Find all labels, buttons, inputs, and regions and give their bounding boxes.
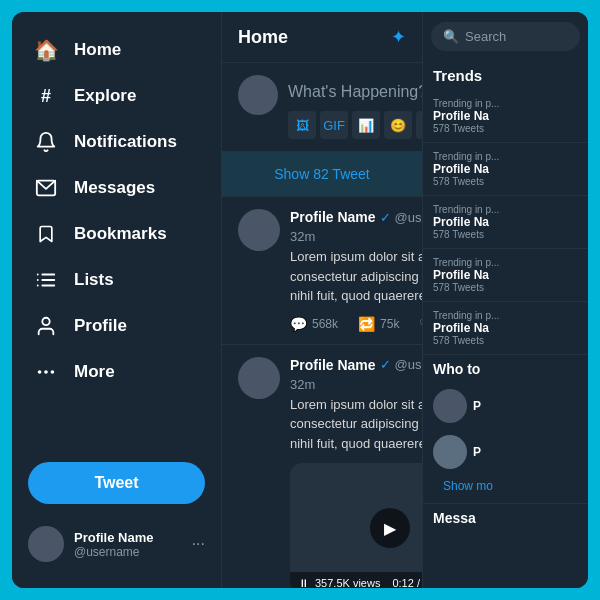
image-tool-icon[interactable]: 🖼 bbox=[288, 111, 316, 139]
tweet-handle-2: @username bbox=[395, 357, 422, 372]
reply-action-1[interactable]: 💬 568k bbox=[290, 316, 338, 332]
trend-item-0[interactable]: Trending in p... Profile Na 578 Tweets bbox=[423, 90, 588, 143]
trend-item-3[interactable]: Trending in p... Profile Na 578 Tweets bbox=[423, 249, 588, 302]
right-sidebar: 🔍 Search Trends Trending in p... Profile… bbox=[423, 12, 588, 588]
trend-count-0: 578 Tweets bbox=[433, 123, 578, 134]
play-button[interactable]: ▶ bbox=[370, 508, 410, 548]
messages-title: Messa bbox=[433, 510, 578, 526]
show-tweets-bar[interactable]: Show 82 Tweet bbox=[222, 152, 422, 197]
sidebar-label-messages: Messages bbox=[74, 178, 155, 198]
follow-item-0[interactable]: P bbox=[433, 383, 578, 429]
sidebar-item-notifications[interactable]: Notifications bbox=[20, 120, 213, 164]
compose-placeholder[interactable]: What's Happening? bbox=[288, 75, 423, 111]
trend-item-2[interactable]: Trending in p... Profile Na 578 Tweets bbox=[423, 196, 588, 249]
lists-icon bbox=[34, 268, 58, 292]
sidebar-item-lists[interactable]: Lists bbox=[20, 258, 213, 302]
tweet-header-2: Profile Name ✓ @username · 32m ··· bbox=[290, 357, 422, 392]
bookmark-icon bbox=[34, 222, 58, 246]
follow-avatar-0 bbox=[433, 389, 467, 423]
trend-count-1: 578 Tweets bbox=[433, 176, 578, 187]
sidebar-footer[interactable]: Profile Name @username ··· bbox=[16, 516, 217, 572]
avatar-thread-col-2 bbox=[238, 357, 280, 589]
trend-name-1: Profile Na bbox=[433, 162, 578, 176]
tweet-time-val-2: 32m bbox=[290, 377, 315, 392]
video-views: 357.5K views bbox=[315, 577, 380, 589]
sidebar-user-info: Profile Name @username bbox=[74, 530, 192, 559]
trend-count-4: 578 Tweets bbox=[433, 335, 578, 346]
sidebar-nav: 🏠 Home # Explore Notifications Message bbox=[12, 28, 221, 450]
trend-item-4[interactable]: Trending in p... Profile Na 578 Tweets bbox=[423, 302, 588, 355]
sidebar-label-more: More bbox=[74, 362, 115, 382]
feed-header: Home ✦ bbox=[222, 12, 422, 63]
who-to-follow: Who to P P Show mo bbox=[423, 355, 588, 503]
sidebar-footer-dots[interactable]: ··· bbox=[192, 535, 205, 553]
tweet-time-val-1: 32m bbox=[290, 229, 315, 244]
tweet-card-2: Profile Name ✓ @username · 32m ··· Lorem… bbox=[222, 345, 422, 589]
follow-name-0: P bbox=[473, 399, 481, 413]
tweet-text-1: Lorem ipsum dolor sit amet, consectetur … bbox=[290, 247, 422, 306]
sidebar-item-home[interactable]: 🏠 Home bbox=[20, 28, 213, 72]
sidebar-user-handle: @username bbox=[74, 545, 192, 559]
show-more-link[interactable]: Show mo bbox=[433, 475, 578, 497]
gif-tool-icon[interactable]: GIF bbox=[320, 111, 348, 139]
search-icon: 🔍 bbox=[443, 29, 459, 44]
search-bar[interactable]: 🔍 Search bbox=[431, 22, 580, 51]
trend-name-0: Profile Na bbox=[433, 109, 578, 123]
trend-label-4: Trending in p... bbox=[433, 310, 578, 321]
svg-point-9 bbox=[52, 371, 54, 373]
svg-point-7 bbox=[42, 318, 49, 325]
feed-scroll[interactable]: Profile Name ✓ @username · 32m ··· Lorem… bbox=[222, 197, 422, 588]
trends-list: Trending in p... Profile Na 578 Tweets T… bbox=[423, 90, 588, 355]
retweet-action-1[interactable]: 🔁 75k bbox=[358, 316, 399, 332]
svg-point-10 bbox=[39, 371, 41, 373]
sidebar-item-profile[interactable]: Profile bbox=[20, 304, 213, 348]
sidebar-label-profile: Profile bbox=[74, 316, 127, 336]
who-to-follow-title: Who to bbox=[433, 361, 578, 377]
search-placeholder: Search bbox=[465, 29, 506, 44]
trend-label-3: Trending in p... bbox=[433, 257, 578, 268]
trend-item-1[interactable]: Trending in p... Profile Na 578 Tweets bbox=[423, 143, 588, 196]
pause-icon[interactable]: ⏸ bbox=[298, 577, 309, 589]
poll-tool-icon[interactable]: 📊 bbox=[352, 111, 380, 139]
sidebar-label-home: Home bbox=[74, 40, 121, 60]
trend-label-2: Trending in p... bbox=[433, 204, 578, 215]
tweet-name-1: Profile Name bbox=[290, 209, 376, 225]
reply-count-1: 568k bbox=[312, 317, 338, 331]
follow-item-1[interactable]: P bbox=[433, 429, 578, 475]
like-action-1[interactable]: ♡ 157 bbox=[419, 316, 422, 332]
app-container: 🏠 Home # Explore Notifications Message bbox=[12, 12, 588, 588]
sidebar-item-more[interactable]: More bbox=[20, 350, 213, 394]
video-placeholder: ▶ bbox=[290, 463, 422, 588]
trend-label-1: Trending in p... bbox=[433, 151, 578, 162]
messages-section: Messa bbox=[423, 503, 588, 532]
tweet-avatar-1 bbox=[238, 209, 280, 251]
verified-icon-2: ✓ bbox=[380, 357, 391, 372]
trend-count-3: 578 Tweets bbox=[433, 282, 578, 293]
sidebar-label-lists: Lists bbox=[74, 270, 114, 290]
schedule-tool-icon[interactable]: 📅 bbox=[416, 111, 423, 139]
trend-name-4: Profile Na bbox=[433, 321, 578, 335]
sidebar-item-messages[interactable]: Messages bbox=[20, 166, 213, 210]
sidebar-label-notifications: Notifications bbox=[74, 132, 177, 152]
tweet-button[interactable]: Tweet bbox=[28, 462, 205, 504]
feed-title: Home bbox=[238, 27, 288, 48]
avatar-thread-col-1 bbox=[238, 209, 280, 332]
compose-box: What's Happening? 🖼 GIF 📊 😊 📅 Tweet bbox=[222, 63, 422, 152]
tweet-content-2: Profile Name ✓ @username · 32m ··· Lorem… bbox=[290, 357, 422, 589]
sidebar-item-bookmarks[interactable]: Bookmarks bbox=[20, 212, 213, 256]
sparkle-icon[interactable]: ✦ bbox=[391, 26, 406, 48]
follow-avatar-1 bbox=[433, 435, 467, 469]
home-icon: 🏠 bbox=[34, 38, 58, 62]
tweet-actions-1: 💬 568k 🔁 75k ♡ 157 ⬆ bbox=[290, 316, 422, 332]
main-feed: Home ✦ What's Happening? 🖼 GIF 📊 😊 📅 Twe… bbox=[222, 12, 423, 588]
tweet-text-2: Lorem ipsum dolor sit amet, consectetur … bbox=[290, 395, 422, 454]
tweet-meta-1: Profile Name ✓ @username · 32m bbox=[290, 209, 422, 244]
emoji-tool-icon[interactable]: 😊 bbox=[384, 111, 412, 139]
sidebar-item-explore[interactable]: # Explore bbox=[20, 74, 213, 118]
tweet-content-1: Profile Name ✓ @username · 32m ··· Lorem… bbox=[290, 209, 422, 332]
compose-tools: 🖼 GIF 📊 😊 📅 bbox=[288, 111, 423, 139]
trend-name-3: Profile Na bbox=[433, 268, 578, 282]
compose-toolbar: 🖼 GIF 📊 😊 📅 Tweet bbox=[288, 111, 423, 139]
compose-right: What's Happening? 🖼 GIF 📊 😊 📅 Tweet bbox=[288, 75, 423, 139]
sidebar-user-avatar bbox=[28, 526, 64, 562]
